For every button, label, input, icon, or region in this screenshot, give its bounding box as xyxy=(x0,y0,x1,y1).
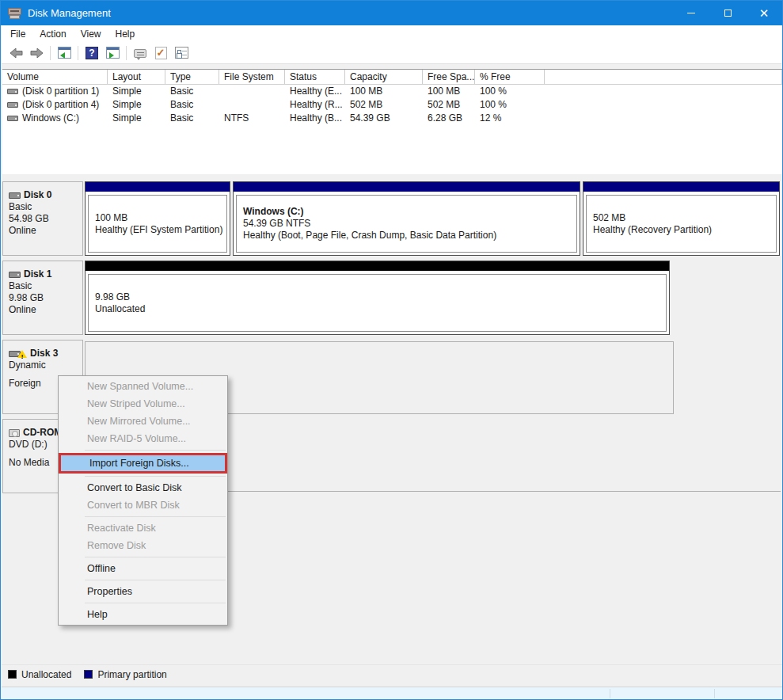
check-action-button[interactable]: ✓ xyxy=(151,44,170,63)
partition-status: Healthy (EFI System Partition) xyxy=(95,224,226,236)
menu-separator xyxy=(85,450,226,451)
menu-separator xyxy=(85,476,226,477)
back-arrow-icon xyxy=(9,48,24,59)
partition-size: 54.39 GB NTFS xyxy=(243,218,576,230)
table-row[interactable]: Windows (C:) Simple Basic NTFS Healthy (… xyxy=(2,112,782,125)
cell-status: Healthy (E... xyxy=(285,85,345,98)
table-row[interactable]: (Disk 0 partition 4) Simple Basic Health… xyxy=(2,98,782,112)
toolbar: ? ✓ xyxy=(2,42,781,64)
menu-separator xyxy=(85,603,226,603)
menu-separator xyxy=(85,580,226,580)
popup-console-button[interactable] xyxy=(131,44,150,63)
volume-name: Windows (C:) xyxy=(22,112,79,125)
menu-item-convert-to-basic-disk[interactable]: Convert to Basic Disk xyxy=(59,479,227,496)
partition-efi[interactable]: 100 MB Healthy (EFI System Partition) xyxy=(85,181,230,256)
col-freespace[interactable]: Free Spa... xyxy=(423,70,475,84)
menu-item-convert-to-mbr-disk: Convert to MBR Disk xyxy=(59,496,227,514)
primary-partition-strip xyxy=(234,182,580,192)
list-view-icon xyxy=(58,47,71,59)
close-button[interactable]: ✕ xyxy=(746,1,782,25)
partition-windows-c[interactable]: Windows (C:) 54.39 GB NTFS Healthy (Boot… xyxy=(233,181,580,256)
disk0-label[interactable]: Disk 0 Basic 54.98 GB Online xyxy=(2,181,83,256)
toolbar-separator xyxy=(78,46,78,60)
cell-capacity: 54.39 GB xyxy=(345,112,423,125)
help-button[interactable]: ? xyxy=(82,44,101,63)
menu-item-offline[interactable]: Offline xyxy=(59,560,227,577)
cell-layout: Simple xyxy=(108,112,165,125)
cell-filesystem xyxy=(219,85,285,98)
partition-size: 502 MB xyxy=(593,212,776,224)
maximize-button[interactable] xyxy=(709,1,746,25)
cell-type: Basic xyxy=(165,98,219,112)
unallocated-strip xyxy=(86,261,669,271)
menu-item-remove-disk: Remove Disk xyxy=(59,537,227,554)
disk3-context-menu: New Spanned Volume... New Striped Volume… xyxy=(58,375,228,626)
app-icon xyxy=(8,8,21,19)
legend-label: Unallocated xyxy=(21,669,71,680)
menu-help[interactable]: Help xyxy=(108,26,143,42)
partition-size: 100 MB xyxy=(95,212,226,224)
menu-item-help[interactable]: Help xyxy=(59,606,227,623)
properties-list-button[interactable] xyxy=(172,44,191,63)
cell-status: Healthy (B... xyxy=(285,112,345,125)
col-layout[interactable]: Layout xyxy=(108,70,165,84)
window-title: Disk Management xyxy=(28,7,111,19)
cell-layout: Simple xyxy=(108,85,165,98)
col-pctfree[interactable]: % Free xyxy=(475,70,545,84)
menu-item-new-raid5-volume: New RAID-5 Volume... xyxy=(59,430,227,447)
disk-size: 54.98 GB xyxy=(9,213,81,225)
hard-disk-icon xyxy=(9,272,21,278)
col-type[interactable]: Type xyxy=(165,70,219,84)
disk1-label[interactable]: Disk 1 Basic 9.98 GB Online xyxy=(2,261,83,335)
cell-capacity: 502 MB xyxy=(345,98,423,112)
menu-item-new-spanned-volume: New Spanned Volume... xyxy=(59,378,227,395)
col-empty xyxy=(545,70,782,84)
menu-item-import-foreign-disks[interactable]: Import Foreign Disks... xyxy=(61,455,225,471)
titlebar: Disk Management ✕ xyxy=(1,1,782,25)
menu-item-reactivate-disk: Reactivate Disk xyxy=(59,519,227,537)
volume-icon xyxy=(7,89,18,94)
disk-kind: Basic xyxy=(9,280,81,292)
minimize-button[interactable] xyxy=(673,1,709,25)
col-status[interactable]: Status xyxy=(285,70,345,84)
list-view-button[interactable] xyxy=(55,44,74,63)
disk-state: Online xyxy=(9,225,81,237)
cell-layout: Simple xyxy=(108,98,165,112)
col-filesystem[interactable]: File System xyxy=(219,70,285,84)
partition-status: Healthy (Recovery Partition) xyxy=(593,224,776,236)
minimize-icon xyxy=(687,13,695,13)
popup-icon xyxy=(134,49,146,58)
forward-arrow-icon xyxy=(29,48,44,59)
volume-name: (Disk 0 partition 4) xyxy=(22,98,99,112)
menu-file[interactable]: File xyxy=(3,26,32,42)
menu-view[interactable]: View xyxy=(74,26,108,42)
cell-status: Healthy (R... xyxy=(285,98,345,112)
disk-state: Online xyxy=(9,304,81,316)
disk-name: Disk 0 xyxy=(24,189,51,201)
back-button[interactable] xyxy=(6,44,25,63)
unallocated-swatch xyxy=(8,670,17,679)
disk-name: Disk 1 xyxy=(24,268,51,280)
graphical-view-button[interactable] xyxy=(103,44,122,63)
toolbar-separator xyxy=(50,46,51,60)
cell-filesystem: NTFS xyxy=(219,112,285,125)
menu-action[interactable]: Action xyxy=(32,26,73,42)
cd-rom-icon xyxy=(9,429,20,437)
col-volume[interactable]: Volume xyxy=(2,70,108,84)
disk-management-window: Disk Management ✕ File Action View Help … xyxy=(0,0,783,700)
volume-table: Volume Layout Type File System Status Ca… xyxy=(2,69,782,174)
warning-icon xyxy=(17,350,27,358)
col-capacity[interactable]: Capacity xyxy=(345,70,423,84)
menu-item-properties[interactable]: Properties xyxy=(59,583,227,600)
unallocated-region[interactable]: 9.98 GB Unallocated xyxy=(85,261,670,335)
partition-recovery[interactable]: 502 MB Healthy (Recovery Partition) xyxy=(583,181,780,256)
menu-item-new-striped-volume: New Striped Volume... xyxy=(59,395,227,413)
volume-name: (Disk 0 partition 1) xyxy=(22,85,99,98)
menu-item-new-mirrored-volume: New Mirrored Volume... xyxy=(59,413,227,430)
cell-pctfree: 12 % xyxy=(475,112,545,125)
forward-button[interactable] xyxy=(27,44,46,63)
table-row[interactable]: (Disk 0 partition 1) Simple Basic Health… xyxy=(2,85,782,98)
cell-freespace: 100 MB xyxy=(423,85,475,98)
primary-partition-strip xyxy=(86,182,230,192)
primary-partition-strip xyxy=(583,182,779,192)
